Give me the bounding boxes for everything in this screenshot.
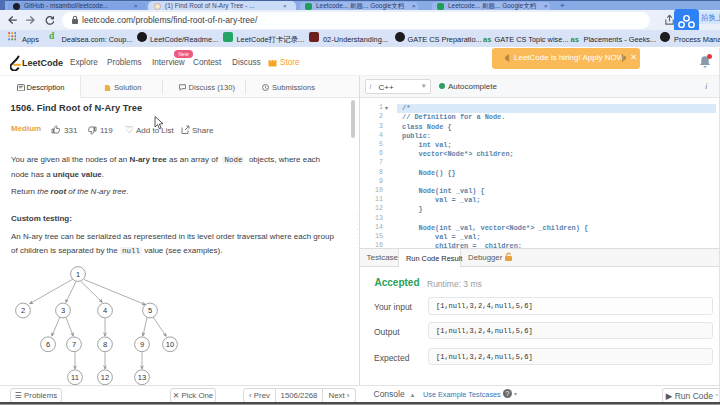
svg-text:4: 4	[103, 306, 107, 315]
svg-text:2: 2	[21, 306, 25, 315]
svg-text:13: 13	[138, 373, 146, 382]
svg-text:10: 10	[166, 340, 174, 349]
svg-text:3: 3	[61, 306, 65, 315]
svg-text:12: 12	[101, 373, 109, 382]
svg-text:5: 5	[148, 306, 152, 315]
svg-text:6: 6	[46, 340, 50, 349]
svg-text:1: 1	[76, 270, 80, 279]
svg-text:8: 8	[103, 340, 107, 349]
svg-text:9: 9	[140, 340, 144, 349]
svg-text:11: 11	[71, 373, 79, 382]
svg-text:7: 7	[72, 340, 76, 349]
